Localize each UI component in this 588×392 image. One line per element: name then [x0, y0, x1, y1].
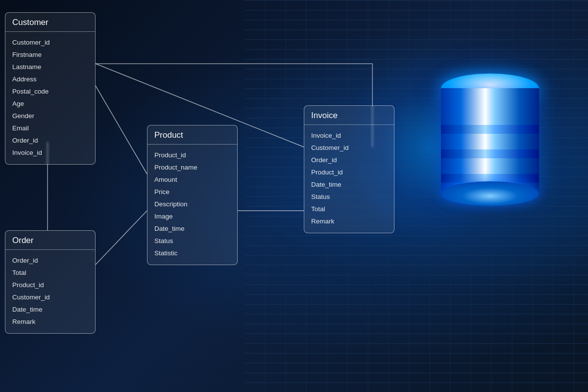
field-postal-code: Postal_code	[12, 86, 88, 98]
field-amount: Amount	[154, 174, 230, 186]
table-product: Product Product_idProduct_nameAmountPric…	[147, 125, 238, 265]
field-statistic: Statistic	[154, 247, 230, 260]
field-invoice-id: Invoice_id	[12, 147, 88, 159]
field-firstname: Firstname	[12, 49, 88, 61]
field-lastname: Lastname	[12, 61, 88, 74]
field-status: Status	[154, 235, 230, 247]
field-customer-id: Customer_id	[12, 292, 88, 304]
field-total: Total	[12, 267, 88, 279]
field-total: Total	[311, 203, 387, 216]
field-remark: Remark	[12, 316, 88, 328]
field-order-id: Order_id	[311, 154, 387, 167]
field-customer-id: Customer_id	[311, 142, 387, 154]
field-image: Image	[154, 211, 230, 223]
field-remark: Remark	[311, 216, 387, 228]
product-table-fields: Product_idProduct_nameAmountPriceDescrip…	[147, 145, 237, 265]
field-order-id: Order_id	[12, 135, 88, 147]
field-gender: Gender	[12, 110, 88, 122]
db-body	[441, 88, 539, 196]
customer-table-header: Customer	[5, 13, 95, 32]
order-table-fields: Order_idTotalProduct_idCustomer_idDate_t…	[5, 250, 95, 333]
field-email: Email	[12, 122, 88, 135]
erd-canvas: Customer Customer_idFirstnameLastnameAdd…	[0, 0, 382, 392]
field-date-time: Date_time	[12, 304, 88, 316]
order-table-header: Order	[5, 231, 95, 250]
table-invoice: Invoice Invoice_idCustomer_idOrder_idPro…	[304, 105, 394, 233]
db-stripe-1	[441, 125, 539, 134]
field-date-time: Date_time	[311, 179, 387, 191]
field-age: Age	[12, 98, 88, 110]
field-product-id: Product_id	[154, 149, 230, 162]
table-customer: Customer Customer_idFirstnameLastnameAdd…	[5, 12, 96, 165]
database-icon	[441, 74, 549, 211]
product-table-header: Product	[147, 125, 237, 145]
field-product-name: Product_name	[154, 162, 230, 174]
customer-table-fields: Customer_idFirstnameLastnameAddressPosta…	[5, 32, 95, 164]
field-date-time: Date_time	[154, 223, 230, 235]
field-description: Description	[154, 198, 230, 211]
field-price: Price	[154, 186, 230, 198]
field-invoice-id: Invoice_id	[311, 130, 387, 142]
invoice-table-header: Invoice	[304, 106, 394, 125]
field-address: Address	[12, 74, 88, 86]
field-product-id: Product_id	[12, 279, 88, 292]
field-customer-id: Customer_id	[12, 37, 88, 49]
field-product-id: Product_id	[311, 167, 387, 179]
table-order: Order Order_idTotalProduct_idCustomer_id…	[5, 230, 96, 334]
db-bottom	[441, 181, 539, 206]
invoice-table-fields: Invoice_idCustomer_idOrder_idProduct_idD…	[304, 125, 394, 233]
db-stripe-2	[441, 149, 539, 158]
field-order-id: Order_id	[12, 255, 88, 267]
field-status: Status	[311, 191, 387, 203]
